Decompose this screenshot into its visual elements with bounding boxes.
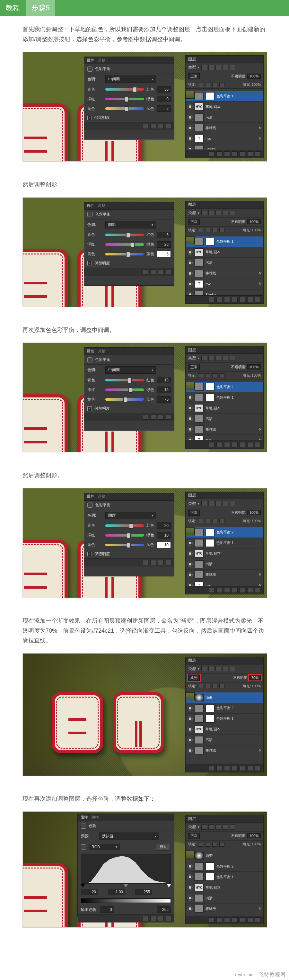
fx-badge[interactable]: fx [259,438,261,441]
delete-icon[interactable] [255,151,261,156]
bottom-icon[interactable] [247,442,253,447]
trash-icon[interactable] [166,269,171,274]
bottom-icon[interactable] [240,588,245,593]
bottom-icon[interactable] [209,442,214,447]
layer-hyc[interactable]: Thycfx [186,914,263,915]
visibility-eye-icon[interactable] [187,874,193,880]
bottom-icon[interactable] [255,766,261,771]
input-gamma-value[interactable]: 1.00 [108,889,125,895]
tone-dropdown[interactable]: 中间调▾ [105,75,156,83]
filter-icon[interactable] [208,501,214,506]
trash-icon[interactable] [166,916,171,921]
input-black-value[interactable]: 20 [81,889,98,895]
visibility-eye-icon[interactable] [187,716,193,721]
layer-stitch[interactable]: 棒球线fx [186,424,263,435]
blend-mode-select[interactable]: 柔光 [188,675,200,681]
lock-icon[interactable] [212,842,218,846]
filter-icon[interactable] [201,356,207,361]
visibility-eye-icon[interactable] [187,427,193,432]
bottom-icon[interactable] [232,442,238,447]
tone-dropdown[interactable]: 阴影▾ [105,512,156,519]
adjust-tab[interactable]: 调整 [91,815,99,820]
visibility-eye-icon[interactable] [187,250,193,255]
clip-icon[interactable] [143,916,148,921]
visibility-eye-icon[interactable] [187,541,193,546]
filter-text-icon[interactable] [216,65,221,70]
filter-icon[interactable] [201,501,207,506]
bottom-icon[interactable] [209,297,214,302]
visibility-eye-icon[interactable] [187,271,193,276]
filter-icon[interactable] [222,356,228,361]
reset-icon[interactable] [158,124,164,129]
bottom-icon[interactable] [216,766,222,771]
filter-icon[interactable] [230,501,235,506]
filter-icon[interactable] [230,666,235,671]
fx-icon[interactable] [216,151,222,156]
visibility-eye-icon[interactable] [187,292,193,295]
layer-gradient[interactable]: 渐变 [186,851,263,861]
yellow-blue-slider[interactable] [105,253,144,255]
white-point-slider[interactable] [167,884,171,888]
visibility-eye-icon[interactable] [187,406,193,410]
filter-pixel-icon[interactable] [201,65,207,70]
adjust-tab[interactable]: 调整 [98,58,105,63]
fill-value[interactable]: 100% [252,373,261,377]
properties-tab[interactable]: 属性 [87,203,94,208]
visibility-eye-icon[interactable] [187,748,193,753]
bottom-icon[interactable] [224,442,230,447]
magenta-green-slider[interactable] [105,98,144,100]
cyan-red-slider[interactable] [105,234,144,236]
layer-stroke[interactable]: Stroke [186,290,263,295]
lock-icon[interactable] [219,373,224,378]
blue-value[interactable]: 10 [157,542,171,548]
preset-dropdown[interactable]: 默认值▾ [99,832,159,840]
cyan-red-slider[interactable] [105,88,144,91]
fx-badge[interactable]: fx [259,907,261,911]
red-value[interactable]: 20 [157,522,171,529]
fx-badge[interactable]: fx [259,584,261,586]
input-white-value[interactable]: 255 [135,889,152,895]
lock-icon[interactable] [205,228,210,232]
layer-cb2[interactable]: 色彩平衡 2 [186,703,263,714]
preserve-luminosity-checkbox[interactable] [87,116,92,120]
properties-tab[interactable]: 属性 [87,58,94,63]
bottom-icon[interactable] [224,297,230,302]
filter-icon[interactable] [230,824,235,830]
adjust-tab[interactable]: 调整 [98,203,105,208]
bottom-icon[interactable] [232,766,238,771]
lock-icon[interactable] [205,842,210,846]
layer-cb1[interactable]: 色彩平衡 1 [186,872,263,882]
bottom-icon[interactable] [247,588,253,593]
bottom-icon[interactable] [240,442,245,447]
adjust-tab[interactable]: 调整 [98,494,105,499]
clip-icon[interactable] [143,124,148,129]
lock-pixel-icon[interactable] [205,83,210,87]
fill-value[interactable]: 100% [252,684,261,688]
layer-stain[interactable]: 污渍 [186,735,263,745]
yellow-blue-slider[interactable] [105,107,144,110]
blend-mode-select[interactable]: 正常 [188,833,200,839]
properties-tab[interactable]: 属性 [80,815,88,820]
filter-icon[interactable] [201,210,207,215]
layer-cb1[interactable]: 色彩平衡 1 [186,714,263,724]
filter-adjust-icon[interactable] [208,65,214,70]
layer-grass-copy[interactable]: HYC草地 副本 [186,247,263,258]
output-black-value[interactable]: 0 [100,907,114,913]
filter-shape-icon[interactable] [222,65,228,70]
fx-badge[interactable]: fx [259,428,261,431]
layers-tab[interactable]: 图层 [188,57,196,62]
lock-icon[interactable] [198,684,203,688]
layers-tab[interactable]: 图层 [188,816,196,822]
bottom-icon[interactable] [209,588,214,593]
lock-icon[interactable] [219,684,224,688]
layer-cb1[interactable]: 色彩平衡 1 [186,538,263,549]
link-layers-icon[interactable] [209,151,214,156]
filter-icon[interactable] [222,501,228,506]
opacity-value[interactable]: 100% [247,219,261,224]
fx-badge[interactable]: fx [259,749,261,752]
bottom-icon[interactable] [240,917,245,923]
bottom-icon[interactable] [216,917,222,923]
chevron-down-icon[interactable]: ▾ [198,211,199,215]
visibility-eye-icon[interactable] [187,896,193,900]
fill-value[interactable]: 100% [252,228,261,232]
